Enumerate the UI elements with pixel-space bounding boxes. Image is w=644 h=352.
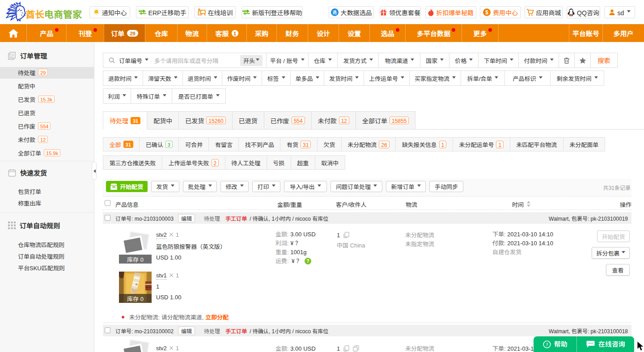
svg-text:选: 选 — [332, 9, 336, 15]
svg-text:?: ? — [307, 258, 309, 264]
svg-text:?: ? — [546, 342, 548, 347]
svg-text:$: $ — [485, 8, 488, 16]
